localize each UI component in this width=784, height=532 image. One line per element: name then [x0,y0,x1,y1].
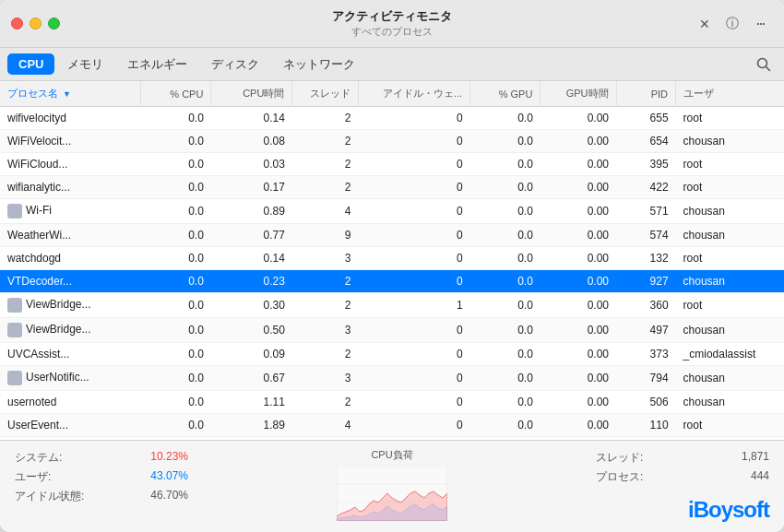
col-header-idle-wake[interactable]: アイドル・ウェ... [358,81,469,107]
table-row[interactable]: UVCAssist...0.00.09200.00.00373_cmiodala… [0,343,784,366]
info-icon-btn[interactable]: ⓘ [719,11,745,37]
table-body: wifivelocityd0.00.14200.00.00655rootWiFi… [0,107,784,441]
cell-name: watchdogd [0,247,141,270]
cell-gpu_pct: 0.0 [470,293,540,318]
cell-name: WiFiVelocit... [0,130,141,153]
col-header-threads[interactable]: スレッド [292,81,359,107]
table-header-row: プロセス名 ▼ % CPU CPU時間 スレッド アイドル・ウェ... % GP… [0,81,784,107]
search-icon[interactable] [751,52,777,77]
col-header-name[interactable]: プロセス名 ▼ [0,81,141,107]
table-row[interactable]: ViewBridge...0.00.30210.00.00360root [0,293,784,318]
cell-gpu_pct: 0.0 [470,343,540,366]
cell-pid: 373 [616,343,676,366]
cell-name: UVCAssist... [0,343,141,366]
col-header-cpu-time[interactable]: CPU時間 [211,81,292,107]
cell-threads: 9 [292,224,359,247]
cell-cpu_time: 0.14 [211,247,292,270]
cell-gpu_time: 0.00 [540,153,616,176]
cell-user: chousan [676,391,784,414]
table-row[interactable]: usernoted0.01.11200.00.00506chousan [0,391,784,414]
tab-memory[interactable]: メモリ [56,53,114,77]
table-row[interactable]: WiFiVelocit...0.00.08200.00.00654chousan [0,130,784,153]
cell-threads: 2 [292,130,359,153]
user-row: ユーザ: 43.07% [15,469,188,485]
cell-name: ViewBridge... [0,318,141,343]
table-row[interactable]: watchdogd0.00.14300.00.00132root [0,247,784,270]
table-row[interactable]: wifivelocityd0.00.14200.00.00655root [0,107,784,130]
table-row[interactable]: Wi-Fi0.00.89400.00.00571chousan [0,199,784,224]
cell-threads: 2 [292,270,359,293]
cell-user: _cmiodalassist [676,343,784,366]
cell-gpu_time: 0.00 [540,176,616,199]
table-row[interactable]: WiFiCloud...0.00.03200.00.00395root [0,153,784,176]
cell-cpu_pct: 0.0 [141,153,211,176]
cell-cpu_time: 0.77 [211,224,292,247]
col-header-gpu-time[interactable]: GPU時間 [540,81,616,107]
cell-cpu_pct: 0.0 [141,366,211,391]
cell-gpu_time: 0.00 [540,247,616,270]
cell-user: chousan [676,130,784,153]
cell-gpu_time: 0.00 [540,414,616,437]
cell-name: wifivelocityd [0,107,141,130]
status-left: システム: 10.23% ユーザ: 43.07% アイドル状態: 46.70% [0,441,203,532]
cell-cpu_time: 0.09 [211,343,292,366]
table-row[interactable]: ViewBridge...0.00.50300.00.00497chousan [0,318,784,343]
system-value: 10.23% [150,450,188,466]
tab-disk[interactable]: ディスク [200,53,270,77]
tab-energy[interactable]: エネルギー [116,53,198,77]
maximize-button[interactable] [48,18,60,30]
cell-user: root [676,153,784,176]
cell-threads: 4 [292,199,359,224]
cell-threads: 3 [292,318,359,343]
cell-pid: 395 [616,153,676,176]
cell-pid: 132 [616,247,676,270]
more-icon-btn[interactable]: ··· [747,11,773,37]
system-label: システム: [15,450,62,466]
cell-idle_wake: 0 [358,176,469,199]
cell-gpu_pct: 0.0 [470,176,540,199]
col-header-cpu-pct[interactable]: % CPU [141,81,211,107]
col-header-user[interactable]: ユーザ [676,81,784,107]
chart-label: CPU負荷 [371,448,412,462]
close-icon-btn[interactable]: ✕ [692,11,718,37]
cell-user: root [676,247,784,270]
close-button[interactable] [11,18,23,30]
cell-gpu_pct: 0.0 [470,270,540,293]
titlebar: アクティビティモニタ すべてのプロセス ✕ ⓘ ··· [0,0,784,48]
cell-user: root [676,176,784,199]
table-row[interactable]: UserEvent...0.01.89400.00.00110root [0,414,784,437]
cell-threads: 3 [292,366,359,391]
minimize-button[interactable] [30,18,42,30]
tab-network[interactable]: ネットワーク [272,53,366,77]
cell-gpu_pct: 0.0 [470,224,540,247]
cell-name: WiFiCloud... [0,153,141,176]
table-row[interactable]: VTDecoder...0.00.23200.00.00927chousan [0,270,784,293]
col-header-pid[interactable]: PID [616,81,676,107]
user-label: ユーザ: [15,469,51,485]
svg-line-1 [766,66,770,70]
table-row[interactable]: UserNotific...0.00.67300.00.00794chousan [0,366,784,391]
cell-cpu_pct: 0.0 [141,270,211,293]
threads-value: 1,871 [742,450,769,466]
cell-cpu_pct: 0.0 [141,318,211,343]
cell-name: VTDecoder... [0,270,141,293]
col-header-gpu-pct[interactable]: % GPU [470,81,540,107]
titlebar-controls: ✕ ⓘ ··· [692,11,773,37]
cell-gpu_time: 0.00 [540,318,616,343]
cell-pid: 571 [616,199,676,224]
cell-pid: 506 [616,391,676,414]
cell-user: chousan [676,224,784,247]
table-row[interactable]: WeatherWi...0.00.77900.00.00574chousan [0,224,784,247]
cell-gpu_pct: 0.0 [470,366,540,391]
process-icon [7,371,22,385]
cell-gpu_pct: 0.0 [470,130,540,153]
table-row[interactable]: wifianalytic...0.00.17200.00.00422root [0,176,784,199]
cell-pid: 654 [616,130,676,153]
cell-idle_wake: 0 [358,414,469,437]
process-table: プロセス名 ▼ % CPU CPU時間 スレッド アイドル・ウェ... % GP… [0,81,784,440]
tab-cpu[interactable]: CPU [7,53,54,75]
cell-cpu_time: 0.23 [211,270,292,293]
cell-gpu_time: 0.00 [540,270,616,293]
process-table-container[interactable]: プロセス名 ▼ % CPU CPU時間 スレッド アイドル・ウェ... % GP… [0,81,784,440]
cell-pid: 360 [616,293,676,318]
